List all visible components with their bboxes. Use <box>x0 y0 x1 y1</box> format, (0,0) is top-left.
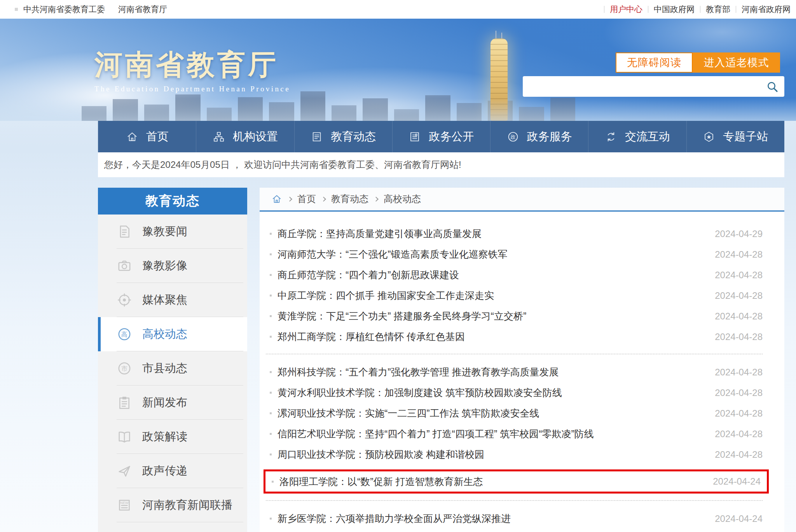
org-link[interactable]: 中共河南省委教育工委 <box>23 4 105 15</box>
camera-icon <box>117 258 132 274</box>
topbar-link[interactable]: 用户中心 <box>610 4 642 15</box>
news-date: 2024-04-28 <box>707 367 763 378</box>
nav-item[interactable]: 交流互动 <box>588 121 686 152</box>
news-title-link[interactable]: 商丘学院：坚持高质量党建引领事业高质量发展 <box>278 227 482 240</box>
sidebar-item-label: 高校动态 <box>142 326 187 342</box>
breadcrumb: 首页 教育动态 高校动态 <box>260 188 784 212</box>
news-group-3: 新乡医学院：六项举措助力学校全面从严治党纵深推进 2024-04-24 <box>265 508 763 529</box>
svg-text:NEW: NEW <box>120 501 129 505</box>
sidebar-item[interactable]: 政声传递 <box>98 454 247 488</box>
home-icon[interactable] <box>271 194 282 204</box>
sidebar-item-label: 市县动态 <box>142 361 187 376</box>
search-input[interactable] <box>523 76 760 97</box>
chevron-right-icon <box>374 197 379 202</box>
star-badge-icon <box>703 131 715 143</box>
news-row: 郑州工商学院：厚植红色情怀 传承红色基因 2024-04-28 <box>265 326 763 347</box>
header-buttons: 无障碍阅读 进入适老模式 <box>616 52 780 73</box>
search-icon <box>766 80 779 93</box>
topbar-link[interactable]: 教育部 <box>706 4 730 15</box>
news-date: 2024-04-28 <box>707 449 763 460</box>
nav-label: 首页 <box>146 129 169 145</box>
nav-item[interactable]: 教育动态 <box>294 121 392 152</box>
news-title-link[interactable]: 黄淮学院：下足“三个功夫” 搭建服务全民终身学习“立交桥” <box>278 310 526 323</box>
news-title-link[interactable]: 黄河水利职业技术学院：加强制度建设 筑牢预防校园欺凌安全防线 <box>278 386 562 399</box>
sidebar-item[interactable]: NEW 河南教育新闻联播 <box>98 488 247 522</box>
news-date: 2024-04-28 <box>707 331 763 342</box>
topbar-link-item: 教育部 <box>695 4 730 15</box>
gov-circle-icon: 政 <box>507 131 519 143</box>
sidebar-item[interactable]: 媒体聚焦 <box>98 283 247 317</box>
sidebar-item[interactable]: 政策解读 <box>98 420 247 454</box>
svg-text:政: 政 <box>510 134 515 140</box>
bullet-icon <box>270 371 272 373</box>
site-logo[interactable]: 河南省教育厅 The Education Department Henan Pr… <box>94 51 290 93</box>
nav-item[interactable]: 政 政务服务 <box>490 121 588 152</box>
news-title-link[interactable]: 商丘师范学院：“四个着力”创新思政课建设 <box>278 269 459 281</box>
topbar-link[interactable]: 中国政府网 <box>654 4 695 15</box>
bullet-icon <box>270 454 272 455</box>
sidebar: 教育动态 豫教要闻 豫教影像 媒体聚焦 高 <box>98 188 247 532</box>
news-doc-icon <box>311 131 323 143</box>
sidebar-item-label: 豫教要闻 <box>142 224 187 239</box>
sidebar-item-label: 政策解读 <box>142 429 187 445</box>
sidebar-item[interactable]: 豫教要闻 <box>98 215 247 249</box>
chevron-right-icon <box>321 197 326 202</box>
sidebar-item-label: 新闻发布 <box>142 395 187 410</box>
nav-label: 交流互动 <box>625 129 670 145</box>
main-area: 教育动态 豫教要闻 豫教影像 媒体聚焦 高 <box>98 188 784 532</box>
news-title-link[interactable]: 信阳艺术职业学院：坚持“四个着力” 打造“四项工程” 筑牢校园“零欺凌”防线 <box>278 427 594 440</box>
bullet-icon <box>270 412 272 414</box>
main-navigation: 首页 机构设置 教育动态 政务公开 政 政务服务 交流互动 专题子站 <box>98 121 784 152</box>
news-title-link[interactable]: 漯河职业技术学院：实施“一二三四”工作法 筑牢防欺凌安全线 <box>278 407 539 420</box>
content-panel: 首页 教育动态 高校动态 <box>260 188 784 532</box>
news-row: 信阳艺术职业学院：坚持“四个着力” 打造“四项工程” 筑牢校园“零欺凌”防线 2… <box>265 424 763 444</box>
news-row: 黄淮学院：下足“三个功夫” 搭建服务全民终身学习“立交桥” 2024-04-28 <box>265 306 763 326</box>
bullet-icon <box>270 336 272 338</box>
nav-item[interactable]: 政务公开 <box>392 121 490 152</box>
news-row: 黄河水利职业技术学院：加强制度建设 筑牢预防校园欺凌安全防线 2024-04-2… <box>265 382 763 403</box>
site-title: 河南省教育厅 <box>94 51 290 78</box>
org-link[interactable]: 河南省教育厅 <box>118 4 167 15</box>
search-bar <box>523 76 784 97</box>
search-button[interactable] <box>760 76 784 97</box>
nav-item[interactable]: 首页 <box>98 121 196 152</box>
sidebar-title: 教育动态 <box>98 188 247 215</box>
news-date: 2024-04-28 <box>707 387 763 398</box>
news-date: 2024-04-28 <box>707 270 763 281</box>
news-date: 2024-04-28 <box>707 429 763 440</box>
news-title-link[interactable]: 新乡医学院：六项举措助力学校全面从严治党纵深推进 <box>278 512 511 525</box>
sidebar-item[interactable]: 高 高校动态 <box>98 317 247 351</box>
breadcrumb-link[interactable]: 教育动态 <box>331 193 368 205</box>
org-chart-icon <box>213 131 225 143</box>
news-title-link[interactable]: 洛阳理工学院：以“数”促新 打造智慧教育新生态 <box>279 475 483 488</box>
breadcrumb-segment: 高校动态 <box>374 193 421 205</box>
nav-item[interactable]: 机构设置 <box>196 121 294 152</box>
nav-label: 政务服务 <box>527 129 572 145</box>
sidebar-item[interactable]: 豫教影像 <box>98 249 247 283</box>
accessibility-reading-button[interactable]: 无障碍阅读 <box>616 52 693 73</box>
top-utility-bar: 中共河南省委教育工委河南省教育厅 用户中心 中国政府网 教育部 河南省政府网 <box>0 0 796 19</box>
breadcrumb-link[interactable]: 首页 <box>297 193 316 205</box>
news-title-link[interactable]: 郑州工商学院：厚植红色情怀 传承红色基因 <box>278 330 465 343</box>
breadcrumb-link[interactable]: 高校动态 <box>384 193 421 205</box>
news-title-link[interactable]: 周口职业技术学院：预防校园欺凌 构建和谐校园 <box>278 448 484 461</box>
news-title-link[interactable]: 中原工学院：四个抓手 推动国家安全工作走深走实 <box>278 289 494 302</box>
elder-mode-button[interactable]: 进入适老模式 <box>693 52 780 73</box>
sidebar-item-label: 河南教育新闻联播 <box>142 497 232 513</box>
news-row: 商丘学院：坚持高质量党建引领事业高质量发展 2024-04-29 <box>265 223 763 244</box>
site-subtitle-en: The Education Department Henan Province <box>94 85 290 93</box>
topbar-link[interactable]: 河南省政府网 <box>742 4 791 15</box>
nav-label: 政务公开 <box>429 129 474 145</box>
sidebar-item[interactable]: 市 市县动态 <box>98 351 247 385</box>
breadcrumb-segment: 首页 <box>288 193 316 205</box>
open-book-icon <box>117 429 132 445</box>
news-title-link[interactable]: 郑州科技学院：“五个着力”强化教学管理 推进教育教学高质量发展 <box>278 366 559 379</box>
news-row: 河南师范大学：“三个强化”锻造高素质专业化巡察铁军 2024-04-28 <box>265 244 763 265</box>
news-title-link[interactable]: 河南师范大学：“三个强化”锻造高素质专业化巡察铁军 <box>278 248 508 261</box>
sync-arrows-icon <box>605 131 617 143</box>
bullet-icon <box>15 8 18 11</box>
paper-plane-icon <box>117 463 132 479</box>
nav-item[interactable]: 专题子站 <box>686 121 784 152</box>
bullet-icon <box>270 315 272 317</box>
sidebar-item[interactable]: 新闻发布 <box>98 385 247 420</box>
